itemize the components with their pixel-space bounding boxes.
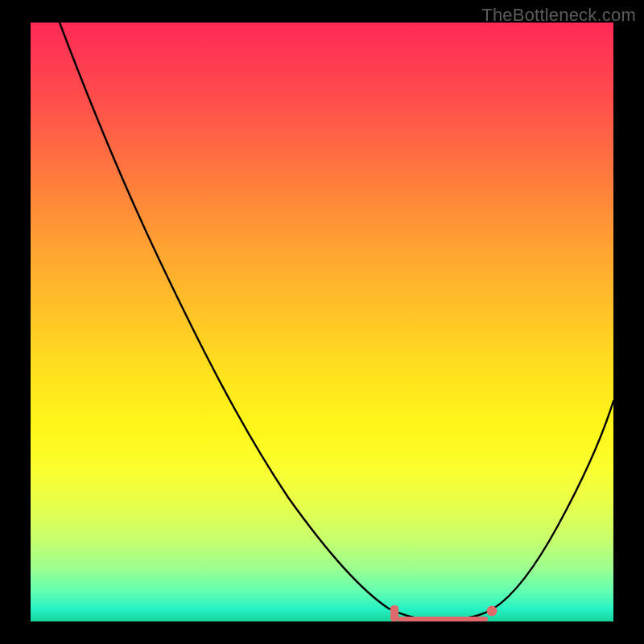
plot-area <box>31 23 613 621</box>
optimal-range-underline <box>398 617 488 621</box>
bottleneck-curve <box>31 23 613 621</box>
chart-frame: TheBottleneck.com <box>0 0 644 644</box>
watermark-text: TheBottleneck.com <box>481 5 636 26</box>
optimal-point-marker <box>487 606 497 617</box>
curve-path <box>60 23 613 620</box>
optimal-range-marker <box>390 605 398 621</box>
